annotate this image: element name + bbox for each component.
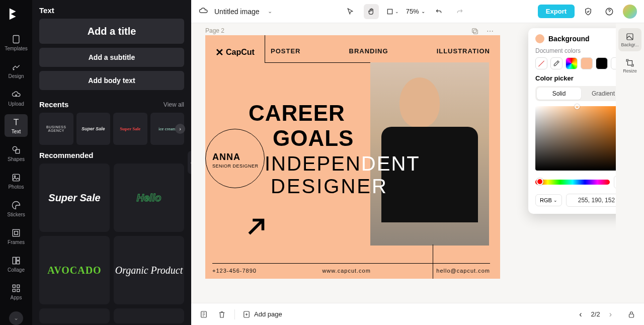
redo-button[interactable]: [452, 4, 467, 19]
page-label: Page 2: [205, 27, 224, 34]
lock-icon[interactable]: [626, 309, 637, 320]
recommended-card[interactable]: Organic Product: [114, 236, 184, 304]
add-page-button[interactable]: Add page: [242, 310, 282, 319]
nav-item[interactable]: BRANDING: [349, 47, 388, 55]
nav-item[interactable]: POSTER: [271, 47, 300, 55]
rail-frames[interactable]: Frames: [5, 225, 28, 248]
rail-more[interactable]: ⌄: [9, 311, 23, 325]
tab-solid[interactable]: Solid: [537, 88, 581, 100]
subheading-1[interactable]: INDEPENDENT: [265, 152, 420, 175]
shield-icon[interactable]: [581, 4, 596, 19]
svg-rect-15: [387, 9, 392, 14]
svg-rect-23: [629, 314, 634, 317]
rail-apps[interactable]: Apps: [5, 281, 28, 303]
rrail-resize[interactable]: Resize: [618, 54, 641, 77]
artboard[interactable]: ✕CapCut POSTER BRANDING ILLUSTRATION ANN…: [205, 35, 500, 279]
left-rail: Templates Design Upload Text Shapes Phot…: [0, 0, 32, 325]
document-colors: [535, 57, 627, 69]
next-page-button[interactable]: ›: [607, 310, 614, 319]
canvas-nav: POSTER BRANDING ILLUSTRATION: [271, 47, 490, 55]
duplicate-page-icon[interactable]: [470, 26, 480, 36]
text-panel: Text Add a title Add a subtitle Add body…: [32, 0, 191, 325]
hue-handle[interactable]: [536, 178, 543, 185]
recent-thumb[interactable]: Super Sale: [76, 113, 111, 145]
footer-email[interactable]: hello@capcut.com: [436, 268, 490, 274]
rail-templates[interactable]: Templates: [5, 31, 28, 54]
recommended-card[interactable]: [114, 308, 184, 323]
headline[interactable]: CAREER GOALS: [249, 101, 354, 151]
svg-rect-0: [13, 35, 19, 43]
topbar: Untitled image ⌄ ⌄ 75%⌄ Export: [191, 0, 644, 23]
prev-page-button[interactable]: ‹: [577, 310, 584, 319]
add-subtitle-button[interactable]: Add a subtitle: [39, 48, 184, 67]
page-more-icon[interactable]: ⋯: [485, 26, 495, 36]
panel-collapse-handle[interactable]: ‹: [188, 151, 191, 174]
help-icon[interactable]: [602, 4, 617, 19]
rainbow-swatch[interactable]: [566, 57, 578, 69]
saturation-value-area[interactable]: [535, 106, 627, 171]
sv-handle[interactable]: [575, 104, 580, 109]
document-title[interactable]: Untitled image: [214, 8, 260, 16]
recommended-card[interactable]: AVOCADO: [39, 236, 110, 304]
add-body-button[interactable]: Add body text: [39, 71, 184, 90]
notes-icon[interactable]: [198, 309, 209, 320]
delete-icon[interactable]: [216, 309, 227, 320]
nav-item[interactable]: ILLUSTRATION: [437, 47, 490, 55]
svg-rect-14: [17, 289, 20, 292]
recommended-card[interactable]: [39, 308, 110, 323]
svg-rect-17: [473, 30, 477, 34]
hand-tool[interactable]: [364, 4, 379, 19]
rail-label: Photos: [8, 184, 24, 190]
recent-thumb[interactable]: Super Sale: [113, 113, 147, 145]
main-area: Untitled image ⌄ ⌄ 75%⌄ Export Page 2 ⋯ …: [191, 0, 644, 325]
recents-view-all[interactable]: View all: [164, 101, 184, 108]
export-button[interactable]: Export: [538, 5, 575, 18]
rail-upload[interactable]: Upload: [5, 87, 28, 109]
color-swatch-black[interactable]: [596, 57, 608, 69]
divider: [265, 35, 265, 62]
svg-rect-9: [17, 257, 20, 260]
hue-slider[interactable]: [535, 180, 610, 185]
popover-title: Background: [548, 35, 617, 43]
recommended-card[interactable]: Super Sale: [39, 164, 110, 232]
recommended-heading: Recommended: [39, 151, 94, 159]
add-title-button[interactable]: Add a title: [39, 19, 184, 44]
picker-title: Color picker: [535, 74, 627, 82]
color-swatch-peach[interactable]: [581, 57, 593, 69]
rail-collage[interactable]: Collage: [5, 253, 28, 276]
cloud-icon[interactable]: [198, 6, 208, 18]
arrow-icon[interactable]: [243, 213, 270, 240]
eyedropper-swatch[interactable]: [550, 57, 562, 69]
rail-label: Shapes: [8, 156, 25, 162]
footer-url[interactable]: www.capcut.com: [322, 268, 371, 274]
recents-next[interactable]: ›: [175, 124, 185, 134]
rail-text[interactable]: Text: [5, 114, 28, 137]
recent-thumb[interactable]: BUSINESS AGENCY: [39, 113, 73, 145]
page-indicator: 2/2: [591, 310, 600, 318]
rail-photos[interactable]: Photos: [5, 170, 28, 192]
bottombar: Add page ‹ 2/2 ›: [191, 303, 644, 325]
crop-tool[interactable]: ⌄: [385, 4, 400, 19]
rail-label: Apps: [11, 295, 22, 300]
headline-line: CAREER: [249, 101, 354, 126]
undo-button[interactable]: [431, 4, 446, 19]
zoom-control[interactable]: 75%⌄: [406, 8, 425, 15]
rrail-background[interactable]: Backgr...: [618, 28, 641, 51]
rail-label: Frames: [8, 239, 25, 245]
rail-stickers[interactable]: Stickers: [5, 197, 28, 220]
color-mode-select[interactable]: RGB⌄: [535, 194, 562, 206]
title-dropdown-icon[interactable]: ⌄: [268, 8, 272, 15]
footer-phone[interactable]: +123-456-7890: [212, 268, 257, 274]
author-block[interactable]: ANNA SENIOR DESIGNER: [212, 152, 259, 169]
rail-shapes[interactable]: Shapes: [5, 142, 28, 165]
rail-design[interactable]: Design: [5, 59, 28, 82]
canvas-capcut-logo[interactable]: ✕CapCut: [215, 46, 255, 58]
subheading-2[interactable]: DESIGNER: [271, 175, 388, 198]
canvas-wrap[interactable]: Page 2 ⋯ ✕CapCut POSTER BRANDING ILLUSTR…: [191, 23, 644, 303]
user-avatar[interactable]: [623, 5, 637, 19]
cursor-tool[interactable]: [343, 4, 358, 19]
no-color-swatch[interactable]: [535, 57, 547, 69]
recommended-card[interactable]: Hello: [114, 164, 184, 232]
svg-point-2: [13, 146, 17, 150]
app-logo[interactable]: [8, 5, 25, 22]
